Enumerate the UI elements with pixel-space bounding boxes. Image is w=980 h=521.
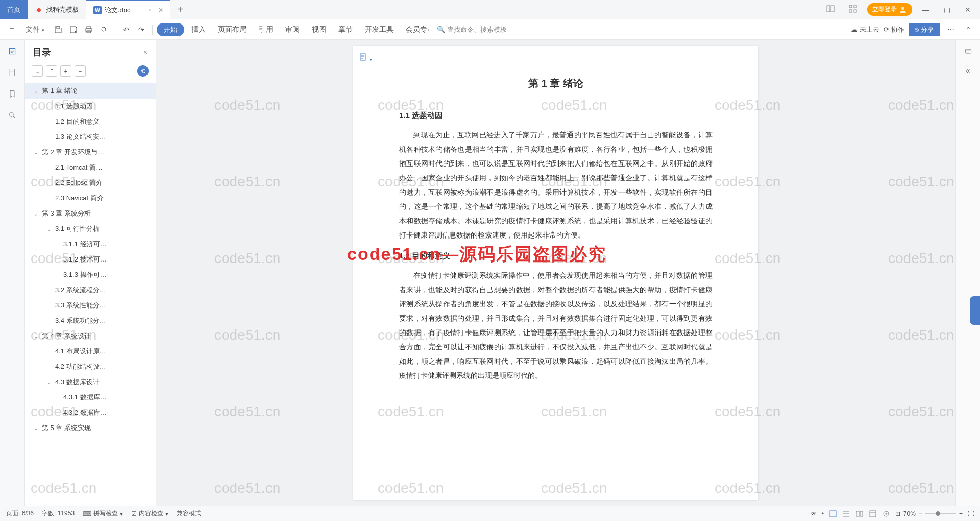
tab-document[interactable]: W 论文.doc ▫ × [86,0,170,19]
collab-button[interactable]: ⟳协作 [884,25,904,34]
tab-template[interactable]: ◆ 找稻壳模板 [28,0,86,19]
tab-dropdown-icon[interactable]: ▫ [149,6,152,14]
tab-view[interactable]: 视图 [307,22,331,37]
outline-title: 目录 [33,46,51,58]
add-section-icon[interactable]: + [60,65,71,77]
sync-icon[interactable]: ⟲ [137,65,149,77]
tree-item[interactable]: ⌄第 5 章 系统实现 [24,420,156,436]
settings-icon[interactable] [882,510,890,518]
search-panel-icon[interactable] [6,109,18,122]
document-viewport[interactable]: ▾ 第 1 章 绪论 1.1 选题动因 到现在为止，互联网已经进入了千家万户，最… [156,40,955,506]
zoom-in-icon[interactable]: + [959,510,963,517]
undo-icon[interactable]: ↶ [119,23,133,36]
print-icon[interactable] [82,23,95,36]
view-read-icon[interactable] [855,510,864,518]
save-icon[interactable] [52,23,65,36]
compat-mode: 兼容模式 [177,509,201,518]
new-tab-button[interactable]: + [170,0,191,19]
dot-icon[interactable]: • [822,510,824,517]
redo-icon[interactable]: ↷ [135,23,148,36]
tree-item[interactable]: 1.3 论文结构安… [24,129,156,145]
window-close-icon[interactable]: ✕ [961,4,975,16]
svg-rect-2 [827,6,830,12]
tree-item[interactable]: ⌄第 3 章 系统分析 [24,206,156,221]
tree-item[interactable]: 1.2 目的和意义 [24,114,156,129]
tree-item[interactable]: 2.1 Tomcat 简… [24,160,156,175]
tree-item[interactable]: ⌄第 4 章 系统设计 [24,328,156,344]
tab-review[interactable]: 审阅 [280,22,305,37]
tree-item[interactable]: ⌄4.3 数据库设计 [24,374,156,390]
spell-check[interactable]: ⌨拼写检查 ▾ [83,509,123,518]
content-check[interactable]: ☑内容检查 ▾ [131,509,168,518]
svg-point-16 [9,112,13,116]
file-menu[interactable]: 文件 ▾ [20,22,50,37]
cloud-status[interactable]: ☁未上云 [851,25,879,34]
zoom-level[interactable]: 70% [903,510,916,517]
close-icon[interactable]: × [158,6,163,15]
properties-icon[interactable] [962,45,974,57]
tab-start[interactable]: 开始 [157,23,184,36]
tree-item[interactable]: 2.3 Navicat 简介 [24,191,156,206]
zoom-dropdown-icon[interactable]: ⊡ [895,510,900,517]
tree-item[interactable]: 2.2 Eclipse 简介 [24,175,156,191]
tree-item[interactable]: 3.2 系统流程分… [24,282,156,298]
tree-item[interactable]: ⌄第 2 章 开发环境与… [24,145,156,160]
share-button[interactable]: ⎋分享 [909,23,940,36]
tree-item[interactable]: 3.1.2 技术可… [24,252,156,267]
remove-section-icon[interactable]: − [75,65,86,77]
command-search[interactable]: 🔍 查找命令、搜索模板 [437,25,507,34]
tab-member[interactable]: 会员专› [401,22,435,37]
login-button[interactable]: 立即登录 [867,3,912,16]
save-as-icon[interactable] [67,23,80,36]
bookmark-icon[interactable] [6,88,18,100]
tree-item[interactable]: 4.3.2 数据库… [24,405,156,420]
tab-insert[interactable]: 插入 [186,22,211,37]
tab-dev[interactable]: 开发工具 [360,22,399,37]
view-outline-icon[interactable] [842,510,850,518]
preview-icon[interactable] [97,23,111,36]
tree-item[interactable]: 1.1 选题动因 [24,99,156,114]
tree-item[interactable]: 3.4 系统功能分… [24,313,156,328]
apps-icon[interactable] [845,3,861,16]
tree-item[interactable]: ⌄第 1 章 绪论 [24,83,156,99]
tree-item[interactable]: 4.3.1 数据库… [24,390,156,405]
feedback-tab[interactable] [970,296,980,325]
collapse-ribbon-icon[interactable]: ⌃ [962,23,975,36]
collapse-all-icon[interactable]: ⌄ [32,65,43,77]
svg-point-13 [102,27,106,31]
outline-icon[interactable] [6,45,18,57]
outline-close-icon[interactable]: × [143,48,148,56]
tree-item[interactable]: 4.1 布局设计原… [24,344,156,359]
tree-item[interactable]: ⌄3.1 可行性分析 [24,221,156,236]
zoom-slider[interactable] [925,513,956,514]
svg-rect-4 [849,5,852,8]
menu-icon[interactable]: ≡ [5,23,18,36]
eye-icon[interactable]: 👁 [811,510,817,517]
tree-item[interactable]: 4.2 功能结构设… [24,359,156,374]
more-icon[interactable]: ⋯ [944,23,958,36]
tab-home[interactable]: 首页 [0,0,28,19]
svg-rect-10 [87,27,91,29]
outline-tree: ⌄第 1 章 绪论1.1 选题动因1.2 目的和意义1.3 论文结构安…⌄第 2… [24,80,156,506]
tree-item[interactable]: 3.3 系统性能分… [24,298,156,313]
fullscreen-icon[interactable]: ⛶ [968,510,974,517]
tab-layout[interactable]: 页面布局 [213,22,252,37]
right-collapse-icon[interactable]: « [962,64,974,77]
tree-item[interactable]: 3.1.1 经济可… [24,236,156,252]
tab-reference[interactable]: 引用 [254,22,278,37]
svg-text:W: W [95,8,100,13]
thumbnail-icon[interactable] [6,66,18,79]
view-page-icon[interactable] [829,510,837,518]
expand-all-icon[interactable]: ⌃ [46,65,57,77]
layout-icon[interactable] [822,3,839,16]
maximize-icon[interactable]: ▢ [940,4,954,16]
page-options-icon[interactable]: ▾ [359,53,372,63]
word-icon: W [93,6,102,14]
tree-item[interactable]: 3.1.3 操作可… [24,267,156,282]
minimize-icon[interactable]: — [918,4,934,16]
page-counter[interactable]: 页面: 6/36 [6,509,34,518]
view-web-icon[interactable] [869,510,877,518]
tab-section[interactable]: 章节 [333,22,358,37]
word-count[interactable]: 字数: 11953 [42,509,75,518]
zoom-out-icon[interactable]: − [919,510,922,517]
